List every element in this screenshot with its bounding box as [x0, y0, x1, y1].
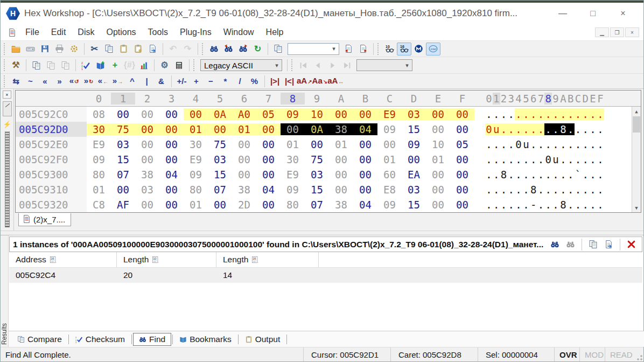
- ascii-char[interactable]: .: [500, 123, 508, 135]
- menu-options[interactable]: Options: [100, 26, 142, 39]
- chevron-down-icon[interactable]: ▾: [272, 62, 282, 69]
- ascii-char[interactable]: .: [559, 138, 567, 150]
- ascii-char[interactable]: .: [493, 199, 500, 211]
- ascii-char[interactable]: .: [537, 108, 545, 120]
- op-not-button[interactable]: ~: [23, 75, 38, 87]
- motorola-byte-order-button[interactable]: [411, 43, 426, 55]
- mode-indicator-ovr[interactable]: OVR: [554, 347, 579, 361]
- base-converter-button[interactable]: [172, 59, 186, 72]
- ascii-char[interactable]: .: [485, 138, 493, 150]
- ascii-char[interactable]: .: [500, 154, 508, 165]
- op-modulus-button[interactable]: %: [247, 75, 262, 87]
- hex-byte[interactable]: 03: [208, 154, 232, 165]
- ascii-char[interactable]: .: [597, 154, 604, 165]
- hex-byte[interactable]: 00: [159, 154, 184, 165]
- hex-byte[interactable]: 01: [184, 123, 208, 135]
- visualizer-close-button[interactable]: ×: [3, 90, 11, 99]
- ascii-char[interactable]: .: [537, 138, 545, 150]
- ascii-char[interactable]: .: [544, 108, 552, 120]
- ascii-char[interactable]: .: [507, 184, 515, 196]
- nav-first-button[interactable]: [296, 59, 311, 72]
- toolbar-grip[interactable]: [193, 59, 195, 71]
- hex-byte[interactable]: 00: [450, 108, 474, 120]
- op-and-button[interactable]: &: [154, 75, 169, 87]
- op-insert-end-button[interactable]: |>|: [268, 75, 282, 87]
- hex-byte[interactable]: 15: [305, 184, 329, 196]
- result-row[interactable]: 005C92C42014: [9, 268, 642, 283]
- ascii-char[interactable]: .: [522, 123, 530, 135]
- ascii-char[interactable]: .: [559, 108, 567, 120]
- nav-previous-button[interactable]: [311, 59, 325, 72]
- hex-byte[interactable]: 01: [377, 154, 402, 165]
- replace-button[interactable]: ↻: [250, 43, 265, 55]
- hex-byte[interactable]: 00: [135, 199, 159, 211]
- visualizer-slider[interactable]: [3, 101, 12, 116]
- ascii-char[interactable]: .: [537, 184, 545, 196]
- hex-byte[interactable]: 09: [377, 123, 402, 135]
- hex-byte[interactable]: 00: [353, 169, 377, 180]
- ascii-char[interactable]: .: [589, 184, 597, 196]
- ascii-char[interactable]: .: [589, 169, 597, 180]
- op-multiply-button[interactable]: *: [218, 75, 233, 87]
- results-find-button[interactable]: [548, 238, 562, 251]
- ascii-char[interactable]: .: [552, 184, 559, 196]
- hex-byte[interactable]: 00: [135, 123, 159, 135]
- mode-indicator-read[interactable]: READ: [605, 347, 635, 361]
- open-file-button[interactable]: [9, 43, 23, 55]
- hex-byte[interactable]: 30: [184, 138, 208, 150]
- mode-indicator-mod[interactable]: MOD: [579, 347, 605, 361]
- tab-output[interactable]: Output: [240, 333, 286, 346]
- hex-byte[interactable]: 05: [450, 138, 474, 150]
- open-drive-button[interactable]: [23, 43, 38, 55]
- results-copy-button[interactable]: [586, 238, 600, 251]
- ascii-char[interactable]: .: [500, 138, 508, 150]
- ascii-char[interactable]: .: [500, 199, 508, 211]
- ascii-char[interactable]: -: [530, 199, 537, 211]
- op-insert-start-button[interactable]: |<|: [282, 75, 297, 87]
- undo-button[interactable]: ↶: [166, 43, 180, 55]
- ascii-char[interactable]: 8: [500, 169, 508, 180]
- column-header-length[interactable]: Length16: [216, 252, 319, 267]
- ascii-char[interactable]: `: [575, 169, 582, 180]
- hex-byte[interactable]: 00: [256, 138, 281, 150]
- hex-byte[interactable]: 0A: [305, 123, 329, 135]
- hex-byte[interactable]: A0: [232, 108, 256, 120]
- chevron-down-icon[interactable]: ▾: [402, 62, 412, 69]
- hex-byte[interactable]: 00: [159, 108, 184, 120]
- mdi-minimize-button[interactable]: ▁: [595, 27, 609, 37]
- insert-button[interactable]: +: [108, 59, 122, 72]
- hex-byte[interactable]: C8: [87, 199, 111, 211]
- scroll-down-icon[interactable]: ▼: [632, 203, 641, 212]
- copy-page-button[interactable]: [271, 43, 285, 55]
- hex-byte[interactable]: 00: [159, 138, 184, 150]
- structures-button[interactable]: {#}: [122, 59, 137, 72]
- hex-byte[interactable]: 00: [329, 169, 353, 180]
- ascii-char[interactable]: .: [507, 169, 515, 180]
- hex-byte[interactable]: 00: [353, 138, 377, 150]
- hex-byte[interactable]: 03: [305, 169, 329, 180]
- hex-byte[interactable]: 00: [329, 154, 353, 165]
- menu-disk[interactable]: Disk: [72, 26, 100, 39]
- print-button[interactable]: [52, 43, 67, 55]
- hex-byte[interactable]: 09: [377, 199, 402, 211]
- hex-byte[interactable]: 38: [329, 123, 353, 135]
- op-subtract-button[interactable]: −: [204, 75, 218, 87]
- ascii-char[interactable]: .: [522, 199, 530, 211]
- hex-byte[interactable]: 15: [208, 169, 232, 180]
- hex-byte[interactable]: E9: [377, 108, 402, 120]
- hex-byte[interactable]: 00: [450, 184, 474, 196]
- ascii-char[interactable]: .: [485, 108, 493, 120]
- encoding-combobox[interactable]: Legacy ASCII▾: [200, 59, 282, 71]
- ascii-char[interactable]: .: [582, 184, 589, 196]
- toolbar-grip[interactable]: [377, 43, 380, 55]
- ascii-char[interactable]: .: [589, 154, 597, 165]
- close-button[interactable]: ×: [608, 9, 638, 18]
- hex-byte[interactable]: 00: [305, 138, 329, 150]
- ascii-char[interactable]: .: [507, 154, 515, 165]
- ascii-char[interactable]: .: [575, 138, 582, 150]
- hex-byte[interactable]: 00: [208, 199, 232, 211]
- hex-byte[interactable]: 09: [281, 184, 305, 196]
- intel-byte-order-button[interactable]: intel: [426, 43, 440, 55]
- ascii-char[interactable]: .: [567, 123, 575, 135]
- cut-button[interactable]: ✂: [87, 43, 102, 55]
